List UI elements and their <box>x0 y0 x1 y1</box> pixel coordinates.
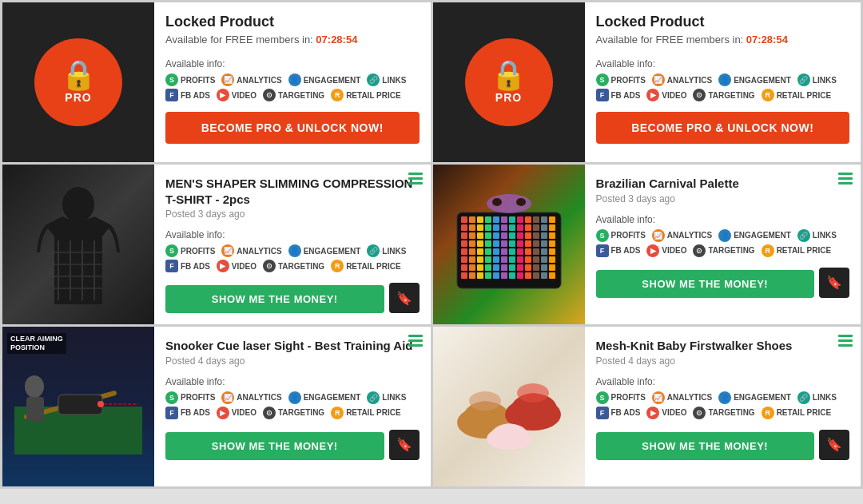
unlock-button[interactable]: BECOME PRO & UNLOCK NOW! <box>165 112 420 144</box>
tag-links: 🔗 LINKS <box>367 73 406 86</box>
svg-rect-102 <box>525 272 531 279</box>
svg-rect-86 <box>493 264 499 271</box>
tag-analytics: 📈 ANALYTICS <box>652 73 712 86</box>
tag-label: ANALYTICS <box>237 247 281 256</box>
show-money-button[interactable]: SHOW ME THE MONEY! <box>596 270 815 298</box>
product-title: Brazilian Carnival Palette <box>596 176 850 192</box>
tag-label: TARGETING <box>708 246 754 255</box>
tag-analytics: 📈 ANALYTICS <box>221 244 281 257</box>
tag-profits: S PROFITS <box>165 73 215 86</box>
product-title: Mesh-Knit Baby Firstwalker Shoes <box>596 338 850 354</box>
tag-icon-engagement: 👤 <box>718 391 731 404</box>
tag-label: RETAIL PRICE <box>346 408 401 417</box>
menu-icon-snooker[interactable] <box>408 335 423 347</box>
card-body-locked: Locked Product Available for FREE member… <box>585 2 861 162</box>
svg-rect-48 <box>477 240 483 247</box>
svg-rect-98 <box>493 272 499 279</box>
pro-badge: PRO <box>495 91 522 104</box>
svg-point-119 <box>517 383 549 403</box>
bookmark-button[interactable]: 🔖 <box>389 430 420 460</box>
tag-label: TARGETING <box>708 91 754 100</box>
tag-analytics: 📈 ANALYTICS <box>221 391 281 404</box>
svg-rect-111 <box>58 395 102 415</box>
available-info-label: Available info: <box>165 229 420 240</box>
tag-analytics: 📈 ANALYTICS <box>221 73 281 86</box>
tag-label: LINKS <box>813 231 837 240</box>
pro-lock-circle: 🔒 PRO <box>465 38 553 126</box>
tag-label: ANALYTICS <box>237 393 281 402</box>
menu-icon-carnival[interactable] <box>838 173 853 185</box>
svg-rect-15 <box>501 216 507 223</box>
unlock-button[interactable]: BECOME PRO & UNLOCK NOW! <box>596 112 850 144</box>
svg-rect-90 <box>525 264 531 271</box>
svg-rect-56 <box>541 240 547 247</box>
tag-label: ENGAGEMENT <box>304 76 361 85</box>
posted-date: Posted 4 days ago <box>596 355 850 367</box>
tag-label: PROFITS <box>181 247 215 256</box>
svg-rect-67 <box>533 248 539 255</box>
tag-icon-engagement: 👤 <box>718 73 731 86</box>
tag-icon-profits: S <box>596 73 609 86</box>
svg-point-117 <box>469 391 501 411</box>
available-info-label: Available info: <box>165 376 420 387</box>
tag-links: 🔗 LINKS <box>367 391 406 404</box>
locked-title: Locked Product <box>165 14 420 30</box>
svg-rect-78 <box>525 256 531 263</box>
svg-rect-103 <box>533 272 539 279</box>
show-money-button[interactable]: SHOW ME THE MONEY! <box>165 432 384 460</box>
bookmark-button[interactable]: 🔖 <box>389 283 420 313</box>
card-image-carnival <box>433 165 585 324</box>
bookmark-button[interactable]: 🔖 <box>819 430 849 460</box>
bookmark-button[interactable]: 🔖 <box>819 268 849 298</box>
tag-icon-fb ads: f <box>596 244 609 257</box>
svg-rect-13 <box>485 216 491 223</box>
tag-label: TARGETING <box>278 262 324 271</box>
tag-label: ANALYTICS <box>667 76 712 85</box>
tag-icon-fb ads: f <box>165 407 178 419</box>
locked-title: Locked Product <box>596 14 850 30</box>
show-money-button[interactable]: SHOW ME THE MONEY! <box>165 285 384 313</box>
tag-label: LINKS <box>382 247 406 256</box>
tag-video: ▶ VIDEO <box>217 407 257 419</box>
tag-label: LINKS <box>382 76 406 85</box>
tag-label: ENGAGEMENT <box>734 393 791 402</box>
tag-label: ENGAGEMENT <box>734 231 791 240</box>
card-locked-1: 🔒 PRO Locked Product Available for FREE … <box>2 2 431 162</box>
tag-icon-analytics: 📈 <box>221 73 234 86</box>
svg-rect-33 <box>549 224 555 231</box>
svg-rect-51 <box>501 240 507 247</box>
menu-icon-shoes[interactable] <box>838 335 853 347</box>
show-money-button[interactable]: SHOW ME THE MONEY! <box>596 432 815 460</box>
svg-rect-79 <box>533 256 539 263</box>
tag-label: ANALYTICS <box>667 231 712 240</box>
tag-fb ads: f FB ADS <box>165 89 210 101</box>
tag-fb ads: f FB ADS <box>165 260 210 272</box>
tag-label: VIDEO <box>662 408 686 417</box>
card-body-locked: Locked Product Available for FREE member… <box>154 2 431 162</box>
tag-icon-profits: S <box>165 244 178 257</box>
svg-rect-19 <box>533 216 539 223</box>
menu-icon-shaper[interactable] <box>408 173 423 185</box>
svg-rect-23 <box>469 224 475 231</box>
svg-rect-104 <box>541 272 547 279</box>
svg-rect-73 <box>485 256 491 263</box>
card-shoes: Mesh-Knit Baby Firstwalker Shoes Posted … <box>433 327 861 486</box>
tag-icon-fb ads: f <box>165 89 178 101</box>
svg-rect-100 <box>509 272 515 279</box>
clear-aiming-text: CLEAR AIMINGPOSITION <box>7 333 66 354</box>
tag-icon-retail price: R <box>762 407 774 419</box>
tag-label: FB ADS <box>181 91 210 100</box>
tag-label: TARGETING <box>278 408 324 417</box>
available-info-label: Available info: <box>596 58 850 69</box>
tag-icon-links: 🔗 <box>797 229 810 242</box>
svg-rect-69 <box>549 248 555 255</box>
tag-icon-video: ▶ <box>646 407 659 419</box>
tag-icon-profits: S <box>165 73 178 86</box>
lock-icon: 🔒 <box>491 61 527 89</box>
tag-label: FB ADS <box>181 262 210 271</box>
svg-rect-84 <box>477 264 483 271</box>
card-locked-2: 🔒 PRO Locked Product Available for FREE … <box>433 2 861 162</box>
tag-icon-analytics: 📈 <box>652 391 665 404</box>
tag-label: TARGETING <box>708 408 754 417</box>
tag-video: ▶ VIDEO <box>646 407 686 419</box>
